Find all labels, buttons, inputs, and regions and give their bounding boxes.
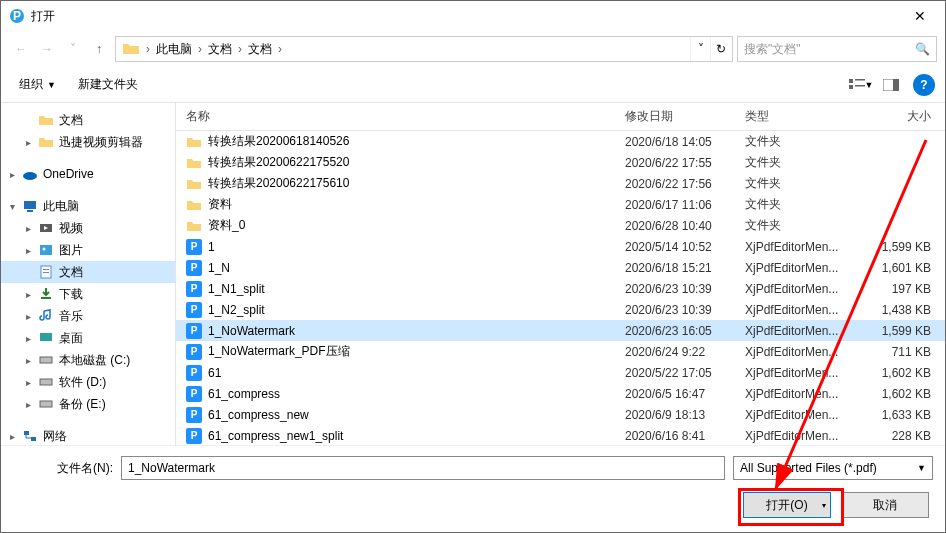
nav-bar: ← → ˅ ↑ › 此电脑 › 文档 › 文档 › ˅ ↻ 搜索"文档" 🔍 — [1, 31, 945, 67]
tree-item[interactable]: 文档 — [1, 109, 175, 131]
expand-arrow-icon[interactable]: ▸ — [21, 289, 35, 300]
file-row[interactable]: P12020/5/14 10:52XjPdfEditorMen...1,599 … — [176, 236, 945, 257]
folder-icon — [186, 197, 202, 213]
view-mode-button[interactable]: ▼ — [847, 74, 875, 96]
tree-item[interactable]: ▾此电脑 — [1, 195, 175, 217]
file-row[interactable]: P612020/5/22 17:05XjPdfEditorMen...1,602… — [176, 362, 945, 383]
nav-tree: 文档▸迅捷视频剪辑器▸OneDrive▾此电脑▸视频▸图片文档▸下载▸音乐▸桌面… — [1, 103, 176, 445]
svg-rect-4 — [849, 85, 853, 89]
breadcrumb-item[interactable]: 文档 — [244, 37, 276, 61]
chevron-right-icon[interactable]: › — [236, 42, 244, 56]
search-input[interactable]: 搜索"文档" 🔍 — [737, 36, 937, 62]
new-folder-button[interactable]: 新建文件夹 — [70, 72, 146, 97]
tree-item[interactable]: ▸桌面 — [1, 327, 175, 349]
file-type: XjPdfEditorMen... — [745, 324, 865, 338]
breadcrumb[interactable]: › 此电脑 › 文档 › 文档 › ˅ ↻ — [115, 36, 733, 62]
file-row[interactable]: P1_N2_split2020/6/23 10:39XjPdfEditorMen… — [176, 299, 945, 320]
file-name: 1_N1_split — [208, 282, 625, 296]
breadcrumb-item[interactable]: 此电脑 — [152, 37, 196, 61]
svg-rect-2 — [849, 79, 853, 83]
tree-item[interactable]: ▸本地磁盘 (C:) — [1, 349, 175, 371]
file-name: 1_N — [208, 261, 625, 275]
breadcrumb-dropdown[interactable]: ˅ — [690, 37, 710, 61]
up-button[interactable]: ↑ — [87, 37, 111, 61]
tree-label: 软件 (D:) — [59, 374, 106, 391]
expand-arrow-icon[interactable]: ▸ — [5, 169, 19, 180]
file-type: XjPdfEditorMen... — [745, 282, 865, 296]
pdf-icon: P — [186, 428, 202, 444]
tree-item[interactable]: ▸音乐 — [1, 305, 175, 327]
tree-item[interactable]: ▸视频 — [1, 217, 175, 239]
expand-arrow-icon[interactable]: ▸ — [21, 311, 35, 322]
file-row[interactable]: 资料2020/6/17 11:06文件夹 — [176, 194, 945, 215]
forward-button[interactable]: → — [35, 37, 59, 61]
chevron-right-icon[interactable]: › — [144, 42, 152, 56]
expand-arrow-icon[interactable]: ▸ — [21, 137, 35, 148]
file-date: 2020/6/18 15:21 — [625, 261, 745, 275]
tree-item[interactable]: ▸网络 — [1, 425, 175, 445]
refresh-button[interactable]: ↻ — [710, 37, 730, 61]
col-name[interactable]: 名称 — [176, 108, 625, 125]
close-button[interactable]: ✕ — [897, 1, 943, 31]
tree-label: 备份 (E:) — [59, 396, 106, 413]
breadcrumb-item[interactable]: 文档 — [204, 37, 236, 61]
file-date: 2020/6/23 10:39 — [625, 282, 745, 296]
file-size: 1,602 KB — [865, 366, 945, 380]
preview-pane-button[interactable] — [877, 74, 905, 96]
expand-arrow-icon[interactable]: ▸ — [21, 355, 35, 366]
file-filter-select[interactable]: All Supported Files (*.pdf)▼ — [733, 456, 933, 480]
file-row[interactable]: 资料_02020/6/28 10:40文件夹 — [176, 215, 945, 236]
pdf-icon: P — [186, 365, 202, 381]
expand-arrow-icon[interactable]: ▸ — [21, 245, 35, 256]
filename-input[interactable] — [121, 456, 725, 480]
expand-arrow-icon[interactable]: ▸ — [21, 333, 35, 344]
file-type: XjPdfEditorMen... — [745, 261, 865, 275]
svg-rect-22 — [40, 401, 52, 407]
file-row[interactable]: P1_NoWatermark_PDF压缩2020/6/24 9:22XjPdfE… — [176, 341, 945, 362]
file-name: 1_NoWatermark — [208, 324, 625, 338]
file-name: 61_compress_new — [208, 408, 625, 422]
file-row[interactable]: P1_N2020/6/18 15:21XjPdfEditorMen...1,60… — [176, 257, 945, 278]
help-button[interactable]: ? — [913, 74, 935, 96]
expand-arrow-icon[interactable]: ▸ — [21, 399, 35, 410]
folder-icon — [186, 155, 202, 171]
tree-item[interactable]: ▸迅捷视频剪辑器 — [1, 131, 175, 153]
col-size[interactable]: 大小 — [865, 108, 945, 125]
expand-arrow-icon[interactable]: ▾ — [5, 201, 19, 212]
expand-arrow-icon[interactable]: ▸ — [21, 377, 35, 388]
col-date[interactable]: 修改日期 — [625, 108, 745, 125]
file-date: 2020/6/24 9:22 — [625, 345, 745, 359]
file-name: 转换结果20200622175520 — [208, 154, 625, 171]
file-row[interactable]: 转换结果202006181405262020/6/18 14:05文件夹 — [176, 131, 945, 152]
expand-arrow-icon[interactable]: ▸ — [21, 223, 35, 234]
tree-item[interactable]: 文档 — [1, 261, 175, 283]
doc-icon — [37, 263, 55, 281]
expand-arrow-icon[interactable]: ▸ — [5, 431, 19, 442]
tree-item[interactable]: ▸OneDrive — [1, 163, 175, 185]
chevron-right-icon[interactable]: › — [196, 42, 204, 56]
col-type[interactable]: 类型 — [745, 108, 865, 125]
cancel-button[interactable]: 取消 — [841, 492, 929, 518]
file-row[interactable]: P61_compress2020/6/5 16:47XjPdfEditorMen… — [176, 383, 945, 404]
svg-point-8 — [23, 172, 37, 180]
file-row[interactable]: 转换结果202006221756102020/6/22 17:56文件夹 — [176, 173, 945, 194]
chevron-right-icon[interactable]: › — [276, 42, 284, 56]
back-button[interactable]: ← — [9, 37, 33, 61]
tree-item[interactable]: ▸图片 — [1, 239, 175, 261]
recent-dropdown[interactable]: ˅ — [61, 37, 85, 61]
open-button[interactable]: 打开(O)▾ — [743, 492, 831, 518]
column-headers[interactable]: 名称 修改日期 类型 大小 — [176, 103, 945, 131]
file-name: 资料 — [208, 196, 625, 213]
file-date: 2020/6/16 8:41 — [625, 429, 745, 443]
file-row[interactable]: P1_N1_split2020/6/23 10:39XjPdfEditorMen… — [176, 278, 945, 299]
file-row[interactable]: P61_compress_new1_split2020/6/16 8:41XjP… — [176, 425, 945, 445]
tree-item[interactable]: ▸备份 (E:) — [1, 393, 175, 415]
file-row[interactable]: P61_compress_new2020/6/9 18:13XjPdfEdito… — [176, 404, 945, 425]
tree-item[interactable]: ▸软件 (D:) — [1, 371, 175, 393]
tree-label: 文档 — [59, 264, 83, 281]
tree-item[interactable]: ▸下载 — [1, 283, 175, 305]
file-row[interactable]: 转换结果202006221755202020/6/22 17:55文件夹 — [176, 152, 945, 173]
file-row[interactable]: P1_NoWatermark2020/6/23 16:05XjPdfEditor… — [176, 320, 945, 341]
organize-button[interactable]: 组织 ▼ — [11, 72, 64, 97]
folder-icon — [37, 133, 55, 151]
